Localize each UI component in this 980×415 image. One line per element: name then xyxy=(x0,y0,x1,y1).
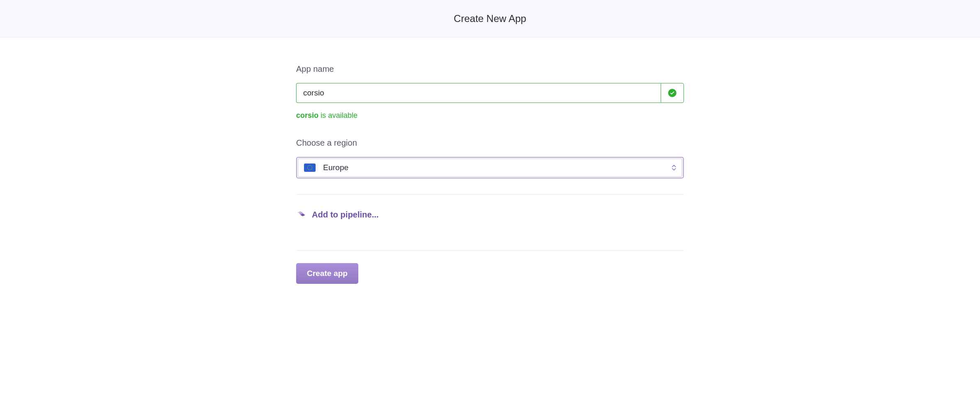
availability-app-name: corsio xyxy=(296,111,319,120)
app-name-field-group: App name corsio is available xyxy=(296,64,684,120)
create-app-button[interactable]: Create app xyxy=(296,263,358,284)
app-name-label: App name xyxy=(296,64,684,74)
divider xyxy=(296,250,684,251)
eu-flag-icon xyxy=(304,164,316,172)
add-to-pipeline-link[interactable]: Add to pipeline... xyxy=(296,195,684,234)
app-name-status-box xyxy=(661,83,684,103)
region-field-group: Choose a region Europe xyxy=(296,138,684,178)
region-selected-value: Europe xyxy=(323,163,348,172)
region-select-wrapper: Europe xyxy=(296,157,684,178)
pipeline-icon xyxy=(296,210,306,220)
app-name-input[interactable] xyxy=(296,83,661,103)
submit-area: Create app xyxy=(296,263,684,284)
availability-suffix: is available xyxy=(319,111,357,120)
region-label: Choose a region xyxy=(296,138,684,148)
select-chevron-icon xyxy=(672,165,676,171)
app-name-input-row xyxy=(296,83,684,103)
check-circle-icon xyxy=(668,89,676,97)
availability-message: corsio is available xyxy=(296,111,684,120)
page-title: Create New App xyxy=(454,13,526,24)
create-app-form: App name corsio is available Choose a re… xyxy=(296,37,684,284)
region-select[interactable]: Europe xyxy=(298,159,682,177)
page-header: Create New App xyxy=(0,0,980,37)
add-to-pipeline-label: Add to pipeline... xyxy=(312,210,379,220)
